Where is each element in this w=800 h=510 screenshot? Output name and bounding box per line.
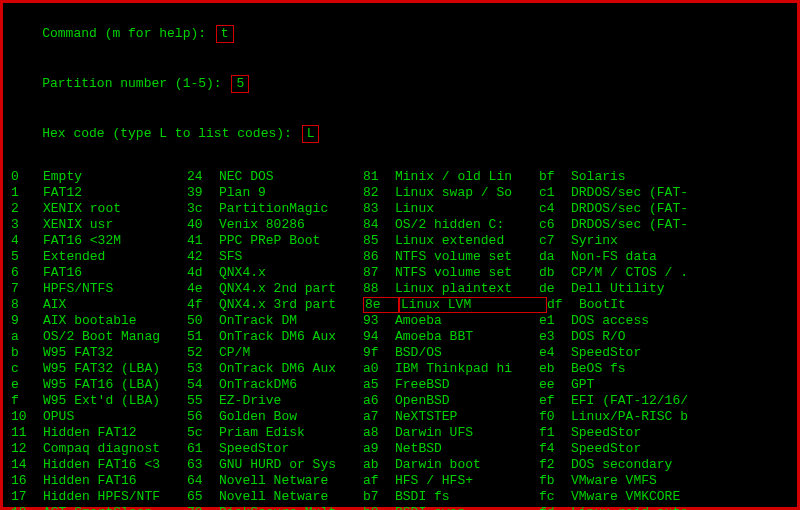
table-row: 0 Empty24NEC DOS81Minix / old LinbfSolar… xyxy=(11,169,789,185)
hex-code: f4 xyxy=(539,441,571,457)
hex-name: OS/2 Boot Manag xyxy=(43,329,187,345)
hex-name: BSDI swap xyxy=(395,505,539,510)
hex-code: 83 xyxy=(363,201,395,217)
hex-code: 39 xyxy=(187,185,219,201)
hex-name: DRDOS/sec (FAT- xyxy=(571,217,715,233)
hex-code: 63 xyxy=(187,457,219,473)
hex-code: e xyxy=(11,377,43,393)
hex-name: Non-FS data xyxy=(571,249,715,265)
table-row: e W95 FAT16 (LBA)54OnTrackDM6a5FreeBSDee… xyxy=(11,377,789,393)
hex-code: c7 xyxy=(539,233,571,249)
hex-name: OnTrackDM6 xyxy=(219,377,363,393)
hex-name: AIX bootable xyxy=(43,313,187,329)
hex-name: DRDOS/sec (FAT- xyxy=(571,201,715,217)
table-row: 16Hidden FAT1664Novell NetwareafHFS / HF… xyxy=(11,473,789,489)
partition-prompt-line: Partition number (1-5): 5 xyxy=(11,59,789,109)
hex-name: XENIX usr xyxy=(43,217,187,233)
table-row: 11Hidden FAT125cPriam Ediska8Darwin UFSf… xyxy=(11,425,789,441)
hex-name: VMware VMFS xyxy=(571,473,715,489)
hex-code: 81 xyxy=(363,169,395,185)
table-row: a OS/2 Boot Manag51OnTrack DM6 Aux94Amoe… xyxy=(11,329,789,345)
table-row: 14Hidden FAT16 <363GNU HURD or SysabDarw… xyxy=(11,457,789,473)
partition-input-5[interactable]: 5 xyxy=(231,75,249,93)
hex-code: 6 xyxy=(11,265,43,281)
hex-name: Venix 80286 xyxy=(219,217,363,233)
hex-name: FAT12 xyxy=(43,185,187,201)
hex-code: 9 xyxy=(11,313,43,329)
hex-code: 70 xyxy=(187,505,219,510)
hex-code: 9f xyxy=(363,345,395,361)
hex-code: 94 xyxy=(363,329,395,345)
hexcode-prompt-line: Hex code (type L to list codes): L xyxy=(11,109,789,159)
hex-name: DOS access xyxy=(571,313,715,329)
hex-name: OnTrack DM xyxy=(219,313,363,329)
hex-name: DiskSecure Mult xyxy=(219,505,363,510)
table-row: 7 HPFS/NTFS4eQNX4.x 2nd part88Linux plai… xyxy=(11,281,789,297)
terminal-window[interactable]: Command (m for help): t Partition number… xyxy=(0,0,800,510)
table-row: 9 AIX bootable50OnTrack DM93Amoebae1DOS … xyxy=(11,313,789,329)
hex-name: W95 FAT32 (LBA) xyxy=(43,361,187,377)
hex-name: Hidden FAT16 <3 xyxy=(43,457,187,473)
table-row: f W95 Ext'd (LBA)55EZ-Drivea6OpenBSDefEF… xyxy=(11,393,789,409)
hex-code: c xyxy=(11,361,43,377)
hex-name: QNX4.x xyxy=(219,265,363,281)
hex-name: AST SmartSleep xyxy=(43,505,187,510)
hex-code: 51 xyxy=(187,329,219,345)
table-row: 12Compaq diagnost61SpeedStora9NetBSDf4Sp… xyxy=(11,441,789,457)
hex-name: Hidden HPFS/NTF xyxy=(43,489,187,505)
hex-name: W95 FAT16 (LBA) xyxy=(43,377,187,393)
hex-code: e3 xyxy=(539,329,571,345)
table-row: 10OPUS56Golden Bowa7NeXTSTEPf0Linux/PA-R… xyxy=(11,409,789,425)
hex-name: FAT16 xyxy=(43,265,187,281)
hex-code: 0 xyxy=(11,169,43,185)
command-prompt-label: Command (m for help): xyxy=(42,26,214,41)
hex-name: Linux plaintext xyxy=(395,281,539,297)
hex-code: e1 xyxy=(539,313,571,329)
table-row: 3 XENIX usr40Venix 8028684OS/2 hidden C:… xyxy=(11,217,789,233)
hex-name: W95 FAT32 xyxy=(43,345,187,361)
hex-name: Linux swap / So xyxy=(395,185,539,201)
hex-code: bf xyxy=(539,169,571,185)
hex-code: 4d xyxy=(187,265,219,281)
table-row: c W95 FAT32 (LBA)53OnTrack DM6 Auxa0IBM … xyxy=(11,361,789,377)
hex-name: EZ-Drive xyxy=(219,393,363,409)
hex-name: NeXTSTEP xyxy=(395,409,539,425)
hex-name: QNX4.x 2nd part xyxy=(219,281,363,297)
hex-name: OS/2 hidden C: xyxy=(395,217,539,233)
hex-name: SpeedStor xyxy=(571,425,715,441)
hex-name: NTFS volume set xyxy=(395,265,539,281)
hex-code: 5c xyxy=(187,425,219,441)
hex-code: a9 xyxy=(363,441,395,457)
hex-name: Linux raid auto xyxy=(571,505,715,510)
hex-code: 4e xyxy=(187,281,219,297)
hex-name: CP/M xyxy=(219,345,363,361)
hex-name: Hidden FAT12 xyxy=(43,425,187,441)
table-row: 17Hidden HPFS/NTF65Novell Netwareb7BSDI … xyxy=(11,489,789,505)
hex-name: IBM Thinkpad hi xyxy=(395,361,539,377)
hex-name: Linux/PA-RISC b xyxy=(571,409,715,425)
hex-code: 11 xyxy=(11,425,43,441)
hex-name: Linux LVM xyxy=(399,297,547,313)
hex-code: a xyxy=(11,329,43,345)
hex-code: f2 xyxy=(539,457,571,473)
hex-name: Darwin boot xyxy=(395,457,539,473)
hexcode-input-L[interactable]: L xyxy=(302,125,320,143)
command-input-t[interactable]: t xyxy=(216,25,234,43)
hex-code: db xyxy=(539,265,571,281)
hex-name: PartitionMagic xyxy=(219,201,363,217)
table-row: 18AST SmartSleep70DiskSecure Multb8BSDI … xyxy=(11,505,789,510)
hex-code: 65 xyxy=(187,489,219,505)
hex-code: 93 xyxy=(363,313,395,329)
hex-name: Priam Edisk xyxy=(219,425,363,441)
hex-code: a0 xyxy=(363,361,395,377)
hex-name: Amoeba BBT xyxy=(395,329,539,345)
hex-name: NetBSD xyxy=(395,441,539,457)
hex-code: b xyxy=(11,345,43,361)
table-row: 1 FAT1239Plan 982Linux swap / Soc1DRDOS/… xyxy=(11,185,789,201)
hex-name: SpeedStor xyxy=(219,441,363,457)
hex-code: 85 xyxy=(363,233,395,249)
table-row: 4 FAT16 <32M41PPC PReP Boot85Linux exten… xyxy=(11,233,789,249)
hex-code: 50 xyxy=(187,313,219,329)
hex-code: 64 xyxy=(187,473,219,489)
hex-code: 18 xyxy=(11,505,43,510)
